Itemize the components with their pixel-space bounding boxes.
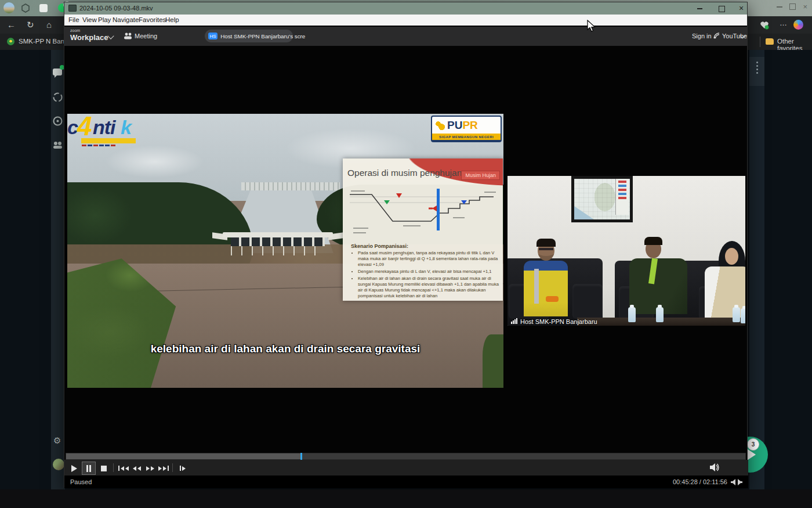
workspaces-icon[interactable] xyxy=(20,3,31,13)
cantik-banner xyxy=(81,138,136,143)
browser-maximize-icon[interactable] xyxy=(789,3,796,10)
person-1-glasses xyxy=(539,248,553,250)
copilot-icon[interactable] xyxy=(793,20,803,30)
page-right-menu[interactable] xyxy=(749,57,764,86)
refresh-icon[interactable]: ↻ xyxy=(27,20,34,30)
menu-help[interactable]: Help xyxy=(165,16,179,23)
presentation-slide: Operasi di musim penghujan Musim Hujan xyxy=(343,158,503,301)
person-2-hair xyxy=(644,237,662,245)
new-tab-icon[interactable] xyxy=(39,4,48,12)
player-controls xyxy=(64,460,748,475)
seek-progress xyxy=(66,453,301,459)
video-subtitle: kelebihan air di lahan akan di drain sec… xyxy=(67,343,503,355)
player-title-bar[interactable]: 2024-10-05 09-03-48.mkv × xyxy=(64,2,747,15)
whatsapp-profile-avatar[interactable] xyxy=(53,459,64,470)
menu-file[interactable]: File xyxy=(68,16,79,23)
irrigation-gate-structure xyxy=(223,229,333,259)
screen-share-pill[interactable]: HS Host SMK-PPN Banjarbaru's scre xyxy=(205,30,293,42)
video-display-area: zoom Workplace Meeting HS Host SMK-PPN B… xyxy=(64,26,747,453)
menu-play[interactable]: Play xyxy=(98,16,111,23)
pause-button[interactable] xyxy=(82,462,96,475)
channel-cross-section-diagram xyxy=(345,185,501,241)
zoom-wordmark: zoom xyxy=(70,28,80,33)
page-right-rail xyxy=(749,50,764,489)
home-icon[interactable]: ⌂ xyxy=(46,20,52,30)
mute-speaker-icon[interactable] xyxy=(709,463,720,472)
meeting-icon xyxy=(124,32,132,40)
menu-favorites[interactable]: Favorites xyxy=(139,16,166,23)
playback-state: Paused xyxy=(70,478,92,485)
cantik-k: k xyxy=(121,116,132,139)
skip-back-button[interactable] xyxy=(117,462,130,475)
menu-view[interactable]: View xyxy=(82,16,97,23)
person-3-face xyxy=(725,248,738,265)
host-webcam-video: Host SMK-PPN Banjarbaru xyxy=(507,176,745,326)
person-1-vest xyxy=(524,261,568,316)
water-bottle xyxy=(628,307,636,322)
browser-profile-avatar[interactable] xyxy=(3,2,14,13)
stop-button[interactable] xyxy=(97,462,111,475)
pupr-pr: PR xyxy=(462,119,477,132)
screen: 1 × ← ↻ ⌂ … SMK-PP N Banjarbaru Other fa… xyxy=(0,0,812,508)
workspace-label: Workplace xyxy=(70,33,108,42)
player-status-bar: Paused 00:45:28 / 02:11:56 xyxy=(64,475,748,488)
bookmarks-divider xyxy=(760,37,760,47)
audio-channels-icon xyxy=(731,479,742,485)
fab-count-badge: 3 xyxy=(747,438,759,451)
browser-close-icon[interactable]: × xyxy=(803,2,807,11)
back-icon[interactable]: ← xyxy=(7,20,16,30)
person-1-held-object xyxy=(546,296,559,302)
pupr-pu: PU xyxy=(447,119,462,132)
share-host-text: Host SMK-PPN Banjarbaru's scre xyxy=(220,33,305,39)
player-app-icon xyxy=(68,5,77,12)
play-button[interactable] xyxy=(67,462,81,475)
fab-play-icon xyxy=(747,449,756,460)
rewind-button[interactable] xyxy=(130,462,144,475)
menu-navigate[interactable]: Navigate xyxy=(113,16,139,23)
slide-season-badge: Musim Hujan xyxy=(461,171,500,180)
youtube-cast-icon xyxy=(713,32,720,39)
meeting-tab[interactable]: Meeting xyxy=(135,33,157,39)
browser-minimize-icon[interactable] xyxy=(777,6,782,8)
pupr-emblem-icon xyxy=(435,120,445,131)
workspace-caret-icon[interactable] xyxy=(107,33,114,39)
browser-window-controls[interactable]: × xyxy=(777,2,807,11)
player-window-title: 2024-10-05 09-03-48.mkv xyxy=(79,5,153,12)
player-maximize-button[interactable] xyxy=(713,5,730,13)
seek-position-marker[interactable] xyxy=(300,453,302,460)
cantik-nti: nti xyxy=(93,116,115,139)
sign-in-link[interactable]: Sign in xyxy=(692,33,712,39)
water-bottle xyxy=(656,307,664,322)
slide-bullet: Pada saat musim penghujan, tanpa ada rek… xyxy=(358,250,503,268)
cantik-4: 4 xyxy=(77,114,91,142)
timecode: 00:45:28 / 02:11:56 xyxy=(673,478,727,485)
skip-forward-button[interactable] xyxy=(157,462,171,475)
player-menu-bar: File View Play Navigate Favorites Help xyxy=(64,15,747,26)
person-1-hair xyxy=(536,239,556,247)
frame-step-button[interactable] xyxy=(176,462,190,475)
drone-skyline xyxy=(241,182,340,190)
channels-icon[interactable] xyxy=(52,116,63,127)
player-close-button[interactable]: × xyxy=(733,3,750,13)
seek-bar[interactable] xyxy=(66,453,746,460)
browser-health-icon[interactable] xyxy=(760,21,769,30)
settings-gear-icon[interactable]: ⚙ xyxy=(53,435,61,446)
player-minimize-button[interactable] xyxy=(691,5,708,13)
browser-menu-icon[interactable]: … xyxy=(780,19,787,27)
pupr-tagline: SIGAP MEMBANGUN NEGERI xyxy=(432,134,501,140)
slide-bullet: Kelebihan air di lahan akan di drain sec… xyxy=(358,276,503,299)
water-bottle xyxy=(741,308,745,323)
fast-forward-button[interactable] xyxy=(143,462,157,475)
wall-map-legend xyxy=(615,179,629,215)
folder-icon xyxy=(766,38,774,45)
taskbar: 13:53 06/10/2024 1 PRE xyxy=(0,489,812,508)
communities-icon[interactable] xyxy=(52,139,63,150)
status-icon[interactable] xyxy=(52,92,63,103)
webcam-name-label: Host SMK-PPN Banjarbaru xyxy=(511,318,597,325)
signal-bars-icon xyxy=(511,318,518,325)
slide-bullet-list: Pada saat musim penghujan, tanpa ada rek… xyxy=(351,250,503,300)
slide-bullet: Dengan merekayasa pintu di L dan V, elev… xyxy=(358,269,503,275)
slide-list-heading: Skenario Pompanisasi: xyxy=(351,243,408,249)
person-1-strap xyxy=(534,269,539,304)
bookmark-site-icon xyxy=(7,38,14,45)
